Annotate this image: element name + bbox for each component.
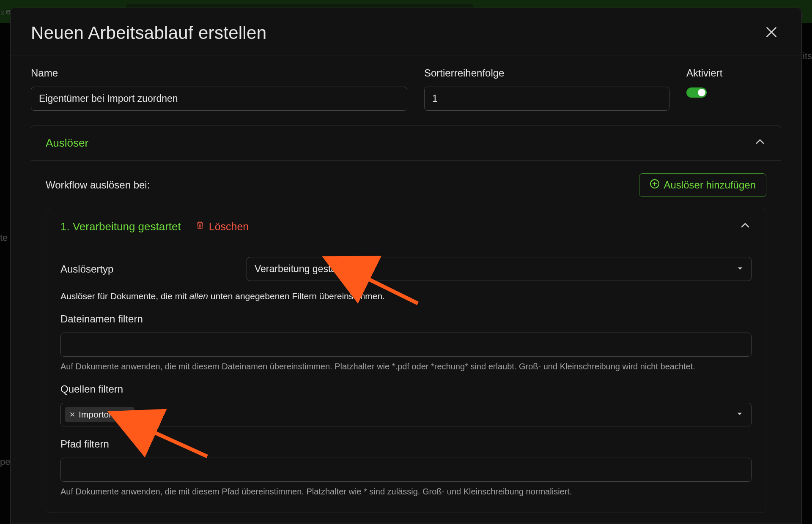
- hint-post: unten angegebenen Filtern übereinstimmen…: [208, 291, 385, 301]
- delete-trigger-label: Löschen: [209, 221, 249, 233]
- trigger-item-header[interactable]: 1. Verarbeitung gestartet Löschen: [46, 209, 766, 244]
- sort-order-field: Sortierreihenfolge: [424, 67, 669, 111]
- close-button[interactable]: [762, 22, 781, 43]
- chevron-up-icon: [739, 219, 752, 234]
- caret-down-icon: [736, 410, 743, 419]
- chevron-up-icon: [754, 136, 766, 150]
- trigger-item-title: 1. Verarbeitung gestartet: [60, 220, 181, 233]
- source-tag: ✕ Importordner: [65, 407, 134, 422]
- sources-filter-input[interactable]: ✕ Importordner: [60, 403, 752, 426]
- plus-circle-icon: [650, 179, 660, 191]
- path-filter-label: Pfad filtern: [60, 438, 752, 450]
- trigger-item: 1. Verarbeitung gestartet Löschen: [46, 209, 766, 513]
- active-toggle[interactable]: [686, 87, 707, 98]
- triggers-section-header[interactable]: Auslöser: [31, 126, 781, 160]
- add-trigger-label: Auslöser hinzufügen: [664, 179, 756, 191]
- name-label: Name: [31, 67, 407, 79]
- modal-header: Neuen Arbeitsablauf erstellen: [11, 8, 801, 55]
- source-tag-label: Importordner: [79, 409, 129, 420]
- sort-order-input[interactable]: [424, 87, 669, 111]
- trash-icon: [195, 220, 205, 233]
- close-icon: [764, 34, 779, 41]
- modal-body: Name Sortierreihenfolge Aktiviert Auslös…: [11, 55, 801, 524]
- active-field: Aktiviert: [686, 67, 722, 98]
- triggers-prompt: Workflow auslösen bei:: [46, 179, 150, 191]
- hint-em: allen: [189, 291, 208, 301]
- triggers-section: Auslöser Workflow auslösen bei: Auslöser…: [31, 125, 781, 524]
- filename-filter-label: Dateinamen filtern: [60, 313, 752, 325]
- name-input[interactable]: [31, 87, 407, 111]
- add-trigger-button[interactable]: Auslöser hinzufügen: [639, 173, 766, 197]
- triggers-section-title: Auslöser: [46, 136, 88, 150]
- hint-pre: Auslöser für Dokumente, die mit: [60, 291, 189, 301]
- filename-filter-input[interactable]: [60, 333, 752, 357]
- triggers-header-row: Workflow auslösen bei: Auslöser hinzufüg…: [46, 173, 766, 197]
- trigger-item-header-left: 1. Verarbeitung gestartet Löschen: [60, 220, 249, 233]
- trigger-type-row: Auslösertyp Verarbeitung gestartet: [60, 257, 752, 281]
- trigger-type-select[interactable]: Verarbeitung gestartet: [247, 257, 752, 281]
- delete-trigger-button[interactable]: Löschen: [195, 220, 249, 233]
- create-workflow-modal: Neuen Arbeitsablauf erstellen Name Sorti…: [10, 8, 802, 524]
- remove-tag-icon[interactable]: ✕: [69, 411, 75, 418]
- modal-title: Neuen Arbeitsablauf erstellen: [31, 23, 266, 43]
- sort-order-label: Sortierreihenfolge: [424, 67, 669, 79]
- path-filter-input[interactable]: [60, 458, 752, 482]
- trigger-filter-hint: Auslöser für Dokumente, die mit allen un…: [60, 291, 752, 301]
- trigger-type-value: Verarbeitung gestartet: [247, 257, 752, 281]
- caret-down-icon: [736, 265, 744, 274]
- sources-filter-label: Quellen filtern: [60, 383, 752, 395]
- triggers-section-body: Workflow auslösen bei: Auslöser hinzufüg…: [31, 160, 781, 524]
- filename-filter-help: Auf Dokumente anwenden, die mit diesem D…: [60, 362, 752, 371]
- path-filter-help: Auf Dokumente anwenden, die mit diesem P…: [60, 487, 752, 497]
- trigger-type-label: Auslösertyp: [60, 263, 230, 275]
- trigger-item-body: Auslösertyp Verarbeitung gestartet Auslö…: [46, 244, 766, 513]
- top-fields-row: Name Sortierreihenfolge Aktiviert: [31, 67, 781, 111]
- name-field: Name: [31, 67, 407, 111]
- active-label: Aktiviert: [686, 67, 722, 79]
